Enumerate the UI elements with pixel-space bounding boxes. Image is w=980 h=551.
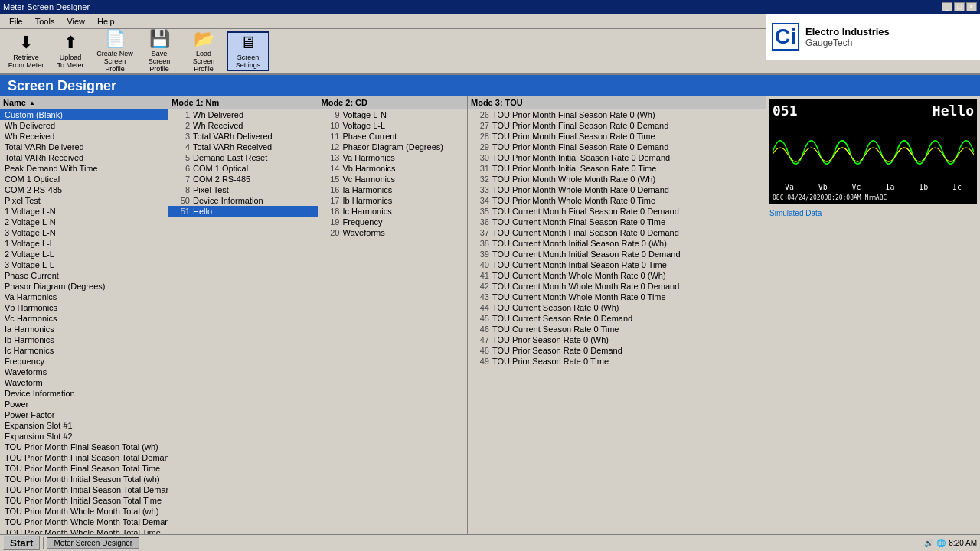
left-panel-item[interactable]: TOU Prior Month Initial Season Total (wh… bbox=[0, 474, 168, 484]
mode1-item[interactable]: 1Wh Delivered bbox=[168, 109, 318, 120]
start-button[interactable]: Start bbox=[3, 536, 40, 550]
mode3-item[interactable]: 46TOU Current Season Rate 0 Time bbox=[468, 324, 766, 334]
left-panel-item[interactable]: 3 Voltage L-L bbox=[0, 259, 168, 270]
mode3-item[interactable]: 38TOU Current Month Initial Season Rate … bbox=[468, 238, 766, 249]
left-panel-item[interactable]: TOU Prior Month Whole Month Total Demand bbox=[0, 517, 168, 527]
left-panel-item[interactable]: TOU Prior Month Initial Season Total Dem… bbox=[0, 484, 168, 495]
mode3-item[interactable]: 47TOU Prior Season Rate 0 (Wh) bbox=[468, 334, 766, 345]
left-panel-item[interactable]: TOU Prior Month Initial Season Total Tim… bbox=[0, 495, 168, 506]
mode2-item[interactable]: 11Phase Current bbox=[318, 131, 468, 142]
mode2-item[interactable]: 12Phasor Diagram (Degrees) bbox=[318, 142, 468, 152]
mode3-list[interactable]: 26TOU Prior Month Final Season Rate 0 (W… bbox=[468, 109, 766, 534]
mode1-item[interactable]: 7COM 2 RS-485 bbox=[168, 174, 318, 184]
mode1-item[interactable]: 2Wh Received bbox=[168, 120, 318, 131]
mode3-item[interactable]: 41TOU Current Month Whole Month Rate 0 (… bbox=[468, 270, 766, 281]
mode2-item[interactable]: 13Va Harmonics bbox=[318, 152, 468, 163]
mode3-item[interactable]: 39TOU Current Month Initial Season Rate … bbox=[468, 249, 766, 259]
left-panel-item[interactable]: Expansion Slot #1 bbox=[0, 420, 168, 431]
menu-view[interactable]: View bbox=[60, 15, 91, 28]
left-panel-item[interactable]: TOU Prior Month Final Season Total (wh) bbox=[0, 442, 168, 452]
taskbar-app-button[interactable]: Meter Screen Designer bbox=[47, 537, 139, 549]
mode3-item[interactable]: 26TOU Prior Month Final Season Rate 0 (W… bbox=[468, 109, 766, 120]
left-panel-item[interactable]: Power Factor bbox=[0, 409, 168, 420]
mode1-item[interactable]: 51Hello bbox=[168, 206, 318, 217]
minimize-button[interactable]: _ bbox=[942, 2, 952, 11]
left-panel-item[interactable]: 2 Voltage L-L bbox=[0, 249, 168, 259]
left-panel-item[interactable]: Power bbox=[0, 399, 168, 409]
mode3-item[interactable]: 33TOU Prior Month Whole Month Rate 0 Dem… bbox=[468, 184, 766, 195]
left-panel-item[interactable]: TOU Prior Month Final Season Total Deman… bbox=[0, 452, 168, 463]
mode2-item[interactable]: 10Voltage L-L bbox=[318, 120, 468, 131]
left-panel-item[interactable]: Expansion Slot #2 bbox=[0, 431, 168, 442]
left-panel-item[interactable]: 1 Voltage L-N bbox=[0, 206, 168, 217]
left-panel-item[interactable]: Waveforms bbox=[0, 367, 168, 377]
left-panel-item[interactable]: Phase Current bbox=[0, 270, 168, 281]
mode3-item[interactable]: 36TOU Current Month Final Season Rate 0 … bbox=[468, 217, 766, 227]
left-panel-item[interactable]: Va Harmonics bbox=[0, 292, 168, 302]
maximize-button[interactable]: □ bbox=[954, 2, 965, 11]
mode3-item[interactable]: 45TOU Current Season Rate 0 Demand bbox=[468, 313, 766, 324]
simulated-data-label[interactable]: Simulated Data bbox=[766, 207, 980, 219]
mode3-item[interactable]: 30TOU Prior Month Initial Season Rate 0 … bbox=[468, 152, 766, 163]
mode2-item[interactable]: 20Waveforms bbox=[318, 227, 468, 238]
left-panel-item[interactable]: COM 2 RS-485 bbox=[0, 184, 168, 195]
left-panel-item[interactable]: Ic Harmonics bbox=[0, 345, 168, 356]
close-button[interactable]: ✕ bbox=[966, 2, 977, 11]
mode2-item[interactable]: 17Ib Harmonics bbox=[318, 195, 468, 206]
mode2-item[interactable]: 16Ia Harmonics bbox=[318, 184, 468, 195]
mode2-item[interactable]: 19Frequency bbox=[318, 217, 468, 227]
mode3-item[interactable]: 43TOU Current Month Whole Month Rate 0 T… bbox=[468, 292, 766, 302]
left-panel-item[interactable]: 2 Voltage L-N bbox=[0, 217, 168, 227]
mode1-item[interactable]: 4Total VARh Received bbox=[168, 142, 318, 152]
upload-button[interactable]: ⬆ UploadTo Meter bbox=[49, 31, 92, 71]
mode3-item[interactable]: 40TOU Current Month Initial Season Rate … bbox=[468, 259, 766, 270]
left-panel-item[interactable]: Vc Harmonics bbox=[0, 313, 168, 324]
mode2-item[interactable]: 18Ic Harmonics bbox=[318, 206, 468, 217]
mode1-item[interactable]: 5Demand Last Reset bbox=[168, 152, 318, 163]
left-panel-item[interactable]: Total VARh Delivered bbox=[0, 142, 168, 152]
left-panel-item[interactable]: Vb Harmonics bbox=[0, 302, 168, 313]
left-panel-item[interactable]: Frequency bbox=[0, 356, 168, 367]
left-panel-item[interactable]: Phasor Diagram (Degrees) bbox=[0, 281, 168, 292]
left-panel-item[interactable]: Wh Delivered bbox=[0, 120, 168, 131]
mode3-item[interactable]: 31TOU Prior Month Initial Season Rate 0 … bbox=[468, 163, 766, 174]
mode3-item[interactable]: 34TOU Prior Month Whole Month Rate 0 Tim… bbox=[468, 195, 766, 206]
mode1-item[interactable]: 3Total VARh Delivered bbox=[168, 131, 318, 142]
mode2-item[interactable]: 9Voltage L-N bbox=[318, 109, 468, 120]
left-panel-item[interactable]: 1 Voltage L-L bbox=[0, 238, 168, 249]
mode3-item[interactable]: 27TOU Prior Month Final Season Rate 0 De… bbox=[468, 120, 766, 131]
menu-tools[interactable]: Tools bbox=[29, 15, 61, 28]
mode1-list[interactable]: 1Wh Delivered2Wh Received3Total VARh Del… bbox=[168, 109, 318, 534]
left-panel-item[interactable]: Waveform bbox=[0, 377, 168, 388]
menu-help[interactable]: Help bbox=[91, 15, 121, 28]
left-panel-item[interactable]: TOU Prior Month Final Season Total Time bbox=[0, 463, 168, 474]
load-button[interactable]: 📂 LoadScreen Profile bbox=[182, 31, 225, 71]
mode3-item[interactable]: 37TOU Current Month Final Season Rate 0 … bbox=[468, 227, 766, 238]
left-panel-item[interactable]: Custom (Blank) bbox=[0, 109, 168, 120]
create-new-button[interactable]: 📄 Create NewScreen Profile bbox=[93, 31, 136, 71]
mode3-item[interactable]: 35TOU Current Month Final Season Rate 0 … bbox=[468, 206, 766, 217]
mode3-item[interactable]: 29TOU Prior Month Final Season Rate 0 De… bbox=[468, 142, 766, 152]
left-panel-item[interactable]: TOU Prior Month Whole Month Total (wh) bbox=[0, 506, 168, 517]
mode3-item[interactable]: 42TOU Current Month Whole Month Rate 0 D… bbox=[468, 281, 766, 292]
left-panel-item[interactable]: TOU Prior Month Whole Month Total Time bbox=[0, 527, 168, 534]
mode3-item[interactable]: 49TOU Prior Season Rate 0 Time bbox=[468, 356, 766, 367]
left-panel-item[interactable]: Total VARh Received bbox=[0, 152, 168, 163]
mode3-item[interactable]: 48TOU Prior Season Rate 0 Demand bbox=[468, 345, 766, 356]
left-panel-item[interactable]: Ia Harmonics bbox=[0, 324, 168, 334]
mode1-item[interactable]: 6COM 1 Optical bbox=[168, 163, 318, 174]
screen-settings-button[interactable]: 🖥 ScreenSettings bbox=[227, 31, 270, 71]
mode3-item[interactable]: 32TOU Prior Month Whole Month Rate 0 (Wh… bbox=[468, 174, 766, 184]
left-panel-item[interactable]: COM 1 Optical bbox=[0, 174, 168, 184]
window-controls[interactable]: _ □ ✕ bbox=[942, 2, 977, 11]
left-panel-item[interactable]: Device Information bbox=[0, 388, 168, 399]
retrieve-button[interactable]: ⬇ RetrieveFrom Meter bbox=[5, 31, 47, 71]
mode2-list[interactable]: 9Voltage L-N10Voltage L-L11Phase Current… bbox=[318, 109, 468, 534]
left-panel-item[interactable]: Ib Harmonics bbox=[0, 334, 168, 345]
mode3-item[interactable]: 28TOU Prior Month Final Season Rate 0 Ti… bbox=[468, 131, 766, 142]
mode2-item[interactable]: 14Vb Harmonics bbox=[318, 163, 468, 174]
mode1-item[interactable]: 50Device Information bbox=[168, 195, 318, 206]
menu-file[interactable]: File bbox=[3, 15, 29, 28]
left-panel-item[interactable]: Wh Received bbox=[0, 131, 168, 142]
mode3-item[interactable]: 44TOU Current Season Rate 0 (Wh) bbox=[468, 302, 766, 313]
